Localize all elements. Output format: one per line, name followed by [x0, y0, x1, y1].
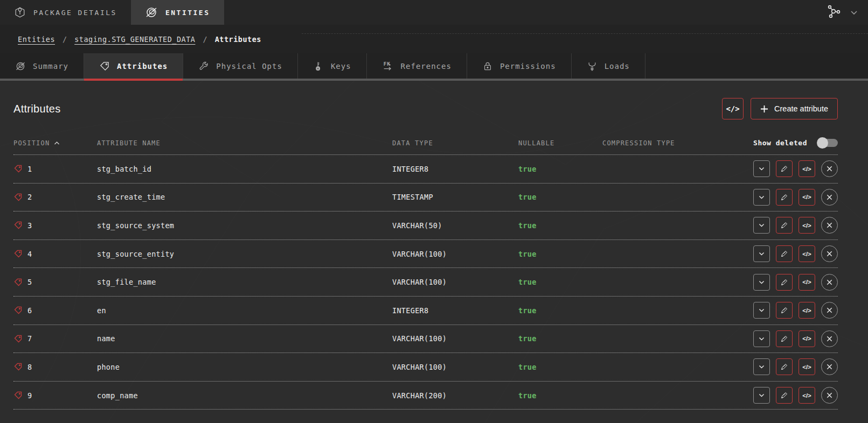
sort-ascending-icon [54, 141, 60, 145]
edit-attribute-button[interactable] [776, 330, 793, 347]
edit-attribute-button[interactable] [776, 387, 793, 404]
attribute-nullable: true [518, 193, 602, 201]
tab-label: References [401, 62, 452, 70]
attribute-data-type: VARCHAR(100) [392, 278, 518, 286]
expand-row-button[interactable] [753, 330, 770, 347]
expand-row-button[interactable] [753, 245, 770, 262]
code-icon: </> [726, 104, 739, 113]
expand-row-button[interactable] [753, 160, 770, 177]
tag-icon [13, 249, 23, 258]
delete-attribute-button[interactable] [821, 358, 838, 375]
edit-attribute-button[interactable] [776, 245, 793, 262]
delete-attribute-button[interactable] [821, 245, 838, 262]
attribute-name: name [97, 334, 392, 343]
edit-attribute-button[interactable] [776, 358, 793, 375]
delete-attribute-button[interactable] [821, 387, 838, 404]
chevron-down-icon[interactable] [850, 8, 858, 17]
attribute-code-button[interactable]: </> [798, 387, 815, 404]
view-code-button[interactable]: </> [722, 98, 744, 119]
column-header-attribute-name[interactable]: ATTRIBUTE NAME [97, 139, 392, 147]
attribute-position: 3 [27, 221, 32, 230]
attribute-code-button[interactable]: </> [798, 217, 815, 234]
expand-row-button[interactable] [753, 358, 770, 375]
tag-icon [13, 334, 23, 343]
attribute-code-button[interactable]: </> [798, 189, 815, 206]
attribute-data-type: VARCHAR(100) [392, 363, 518, 371]
attributes-table-header: POSITION ATTRIBUTE NAME DATA TYPE NULLAB… [13, 131, 838, 155]
attribute-data-type: INTEGER8 [392, 306, 518, 315]
tab-references[interactable]: FK References [367, 53, 467, 81]
package-cube-icon [14, 6, 26, 18]
edit-attribute-button[interactable] [776, 217, 793, 234]
entity-section-tabs: Summary Attributes Physical Opts Keys [0, 53, 868, 81]
attribute-data-type: VARCHAR(100) [392, 250, 518, 258]
column-header-position[interactable]: POSITION [13, 139, 97, 147]
attribute-data-type: VARCHAR(50) [392, 221, 518, 230]
topbar-tab-entities[interactable]: ENTITIES [131, 0, 224, 25]
delete-attribute-button[interactable] [821, 302, 838, 319]
delete-attribute-button[interactable] [821, 274, 838, 291]
expand-row-button[interactable] [753, 274, 770, 291]
attribute-code-button[interactable]: </> [798, 274, 815, 291]
attribute-name: comp_name [97, 391, 392, 400]
attribute-name: stg_source_entity [97, 250, 392, 258]
tab-permissions[interactable]: Permissions [467, 53, 572, 81]
entity-icon [15, 61, 26, 72]
create-attribute-button[interactable]: Create attribute [751, 98, 838, 119]
show-deleted-toggle[interactable] [818, 139, 838, 147]
tab-summary[interactable]: Summary [0, 53, 84, 81]
attribute-data-type: VARCHAR(100) [392, 334, 518, 343]
expand-row-button[interactable] [753, 302, 770, 319]
delete-attribute-button[interactable] [821, 217, 838, 234]
attribute-code-button[interactable]: </> [798, 160, 815, 177]
attribute-position: 7 [27, 334, 32, 343]
column-header-nullable[interactable]: NULLABLE [518, 139, 602, 147]
delete-attribute-button[interactable] [821, 330, 838, 347]
show-deleted-label: Show deleted [753, 139, 807, 147]
wrench-icon [198, 61, 209, 72]
attribute-nullable: true [518, 363, 602, 371]
tab-keys[interactable]: Keys [298, 53, 367, 81]
breadcrumb-entities[interactable]: Entities [18, 35, 55, 44]
attribute-rows: 1 stg_batch_id INTEGER8 true </> [13, 155, 838, 410]
attribute-code-button[interactable]: </> [798, 245, 815, 262]
attribute-data-type: TIMESTAMP [392, 193, 518, 201]
lock-icon [482, 61, 493, 72]
tag-icon [13, 278, 23, 287]
edit-attribute-button[interactable] [776, 302, 793, 319]
attribute-position: 8 [27, 363, 32, 371]
attribute-position: 4 [27, 250, 32, 258]
delete-attribute-button[interactable] [821, 160, 838, 177]
attribute-code-button[interactable]: </> [798, 330, 815, 347]
attribute-nullable: true [518, 278, 602, 286]
expand-row-button[interactable] [753, 217, 770, 234]
edit-attribute-button[interactable] [776, 274, 793, 291]
tab-label: Summary [33, 62, 68, 70]
network-icon[interactable] [825, 4, 841, 20]
attribute-row: 6 en INTEGER8 true </> [13, 297, 838, 325]
edit-attribute-button[interactable] [776, 189, 793, 206]
attribute-row: 7 name VARCHAR(100) true </> [13, 325, 838, 354]
column-header-data-type[interactable]: DATA TYPE [392, 139, 518, 147]
tag-icon [13, 221, 23, 230]
tab-physical-opts[interactable]: Physical Opts [183, 53, 298, 81]
attribute-code-button[interactable]: </> [798, 358, 815, 375]
breadcrumb-entity-name[interactable]: staging.STG_GENERATED_DATA [74, 35, 195, 44]
expand-row-button[interactable] [753, 387, 770, 404]
entity-icon [145, 6, 158, 19]
tab-loads[interactable]: Loads [572, 53, 645, 81]
attribute-code-button[interactable]: </> [798, 302, 815, 319]
fk-icon: FK [382, 60, 394, 72]
attribute-nullable: true [518, 221, 602, 230]
edit-attribute-button[interactable] [776, 160, 793, 177]
attribute-name: phone [97, 363, 392, 371]
expand-row-button[interactable] [753, 189, 770, 206]
attributes-page: Attributes </> Create attribute POSITION [0, 98, 868, 410]
tab-attributes[interactable]: Attributes [84, 53, 183, 81]
delete-attribute-button[interactable] [821, 189, 838, 206]
attribute-name: stg_file_name [97, 278, 392, 286]
column-header-compression-type[interactable]: COMPRESSION TYPE [602, 139, 749, 147]
attribute-row: 5 stg_file_name VARCHAR(100) true </> [13, 268, 838, 297]
toggle-knob [817, 137, 828, 149]
topbar-tab-package-details[interactable]: PACKAGE DETAILS [0, 0, 131, 25]
